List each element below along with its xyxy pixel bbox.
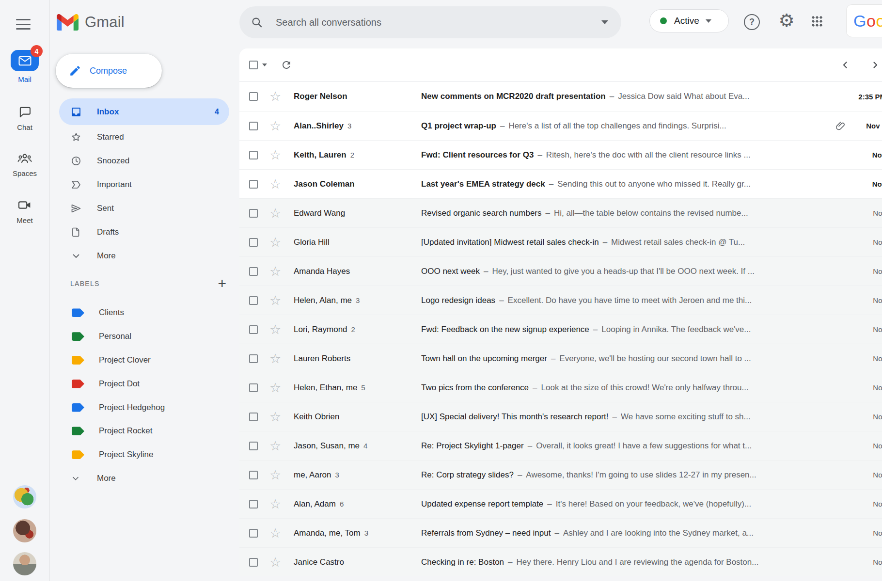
rail-item-spaces[interactable]: Spaces	[0, 151, 49, 177]
email-sender: me, Aaron3	[294, 470, 421, 480]
sidebar-item-inbox[interactable]: Inbox 4	[59, 98, 229, 125]
email-row[interactable]: ☆ Janice Castro Checking in re: Boston–H…	[239, 547, 882, 576]
email-checkbox[interactable]	[249, 122, 258, 130]
sidebar-item-drafts[interactable]: Drafts	[59, 220, 229, 244]
email-checkbox[interactable]	[249, 354, 258, 363]
sidebar-item-more[interactable]: More	[59, 244, 229, 268]
email-checkbox[interactable]	[249, 267, 258, 276]
email-row[interactable]: ☆ Jason, Susan, me4 Re: Project Skylight…	[239, 431, 882, 460]
email-subject: New comments on MCR2020 draft presentati…	[421, 92, 606, 101]
sidebar-item-starred[interactable]: Starred	[59, 125, 229, 149]
sidebar-item-snoozed[interactable]: Snoozed	[59, 149, 229, 173]
compose-button[interactable]: Compose	[56, 54, 162, 88]
label-item-clients[interactable]: Clients	[50, 301, 241, 325]
email-snippet: Hey, just wanted to give you a heads-up …	[492, 267, 755, 276]
refresh-icon[interactable]	[281, 59, 292, 71]
email-checkbox[interactable]	[249, 529, 258, 538]
label-item-project-skyline[interactable]: Project Skyline	[50, 443, 241, 467]
search-options-chevron-icon[interactable]	[601, 20, 608, 24]
email-checkbox[interactable]	[249, 471, 258, 479]
email-checkbox[interactable]	[249, 383, 258, 392]
email-snippet: Hi, all—the table below contains the rev…	[554, 208, 748, 218]
window-bottom-edge	[0, 581, 882, 588]
email-checkbox[interactable]	[249, 92, 258, 101]
email-row[interactable]: ☆ Edward Wang Revised organic search num…	[239, 198, 882, 227]
newer-page-chevron-icon[interactable]	[839, 59, 851, 71]
select-options-chevron-icon[interactable]	[262, 64, 267, 66]
star-icon[interactable]: ☆	[268, 177, 282, 191]
email-row[interactable]: ☆ Keith Obrien [UX] Special delivery! Th…	[239, 402, 882, 431]
select-all-checkbox[interactable]	[249, 61, 258, 69]
rail-item-meet[interactable]: Meet	[0, 198, 49, 224]
email-row[interactable]: ☆ Jason Coleman Last year's EMEA strateg…	[239, 169, 882, 198]
label-item-project-hedgehog[interactable]: Project Hedgehog	[50, 396, 241, 419]
email-row[interactable]: ☆ Keith, Lauren2 Fwd: Client resources f…	[239, 140, 882, 169]
star-icon[interactable]: ☆	[268, 352, 282, 366]
email-row[interactable]: ☆ Lauren Roberts Town hall on the upcomi…	[239, 344, 882, 373]
star-icon[interactable]: ☆	[268, 381, 282, 395]
email-row[interactable]: ☆ Helen, Ethan, me5 Two pics from the co…	[239, 373, 882, 402]
email-checkbox[interactable]	[249, 558, 258, 567]
star-icon[interactable]: ☆	[268, 556, 282, 569]
email-row[interactable]: ☆ Gloria Hill [Updated invitation] Midwe…	[239, 227, 882, 256]
avatar-man[interactable]	[13, 552, 36, 575]
star-icon[interactable]: ☆	[268, 410, 282, 424]
label-item-project-rocket[interactable]: Project Rocket	[50, 419, 241, 443]
email-row[interactable]: ☆ Amanda Hayes OOO next week–Hey, just w…	[239, 256, 882, 286]
email-checkbox[interactable]	[249, 180, 258, 189]
gmail-app: { "app": { "title": "Gmail" }, "icons": …	[0, 0, 882, 588]
google-apps-grid-icon[interactable]	[811, 16, 823, 27]
older-page-chevron-icon[interactable]	[869, 59, 881, 71]
rail-item-mail[interactable]: 4 Mail	[0, 50, 49, 83]
email-row[interactable]: ☆ Helen, Alan, me3 Logo redesign ideas–E…	[239, 286, 882, 315]
star-icon[interactable]: ☆	[268, 497, 282, 511]
rail-item-chat[interactable]: Chat	[0, 105, 49, 131]
label-item-project-dot[interactable]: Project Dot	[50, 372, 241, 396]
labels-more[interactable]: More	[50, 467, 241, 491]
star-icon[interactable]: ☆	[268, 265, 282, 278]
star-icon[interactable]: ☆	[268, 294, 282, 307]
star-icon[interactable]: ☆	[268, 148, 282, 162]
email-date: Nov	[848, 180, 882, 188]
email-sender: Alan..Shirley3	[294, 121, 421, 131]
email-row[interactable]: ☆ Alan..Shirley3 Q1 project wrap-up–Here…	[239, 111, 882, 140]
email-row[interactable]: ☆ Lori, Raymond2 Fwd: Feedback on the ne…	[239, 315, 882, 344]
email-checkbox[interactable]	[249, 442, 258, 450]
star-icon[interactable]: ☆	[268, 468, 282, 482]
add-label-button[interactable]: +	[218, 278, 226, 289]
email-checkbox[interactable]	[249, 296, 258, 305]
email-row[interactable]: ☆ Alan, Adam6 Updated expense report tem…	[239, 489, 882, 518]
sidebar-item-important[interactable]: Important	[59, 173, 229, 196]
email-date: Nov	[848, 413, 882, 421]
help-icon[interactable]: ?	[744, 14, 760, 30]
email-checkbox[interactable]	[249, 238, 258, 247]
search-input[interactable]	[276, 17, 601, 28]
star-icon[interactable]: ☆	[268, 90, 282, 103]
avatar-illustration[interactable]	[13, 485, 36, 509]
email-checkbox[interactable]	[249, 325, 258, 334]
email-row[interactable]: ☆ me, Aaron3 Re: Corp strategy slides?–A…	[239, 460, 882, 489]
status-selector[interactable]: Active	[649, 9, 729, 32]
google-account-chip[interactable]: G o o g	[846, 4, 882, 37]
email-checkbox[interactable]	[249, 151, 258, 159]
email-snippet: Awesome, thanks! I'm going to use slides…	[526, 470, 756, 480]
email-row[interactable]: ☆ Roger Nelson New comments on MCR2020 d…	[239, 82, 882, 111]
email-checkbox[interactable]	[249, 413, 258, 421]
email-checkbox[interactable]	[249, 500, 258, 509]
email-subject: Re: Corp strategy slides?	[421, 470, 514, 480]
star-icon[interactable]: ☆	[268, 439, 282, 453]
sidebar-item-sent[interactable]: Sent	[59, 196, 229, 220]
star-icon[interactable]: ☆	[268, 236, 282, 249]
avatar-woman[interactable]	[13, 519, 36, 542]
sidebar-nav: Inbox 4 Starred Snoozed Important	[59, 98, 229, 268]
label-item-project-clover[interactable]: Project Clover	[50, 349, 241, 372]
settings-gear-icon[interactable]: ⚙	[776, 10, 797, 32]
email-checkbox[interactable]	[249, 209, 258, 218]
email-list-card: ☆ Roger Nelson New comments on MCR2020 d…	[239, 48, 882, 576]
label-item-personal[interactable]: Personal	[50, 325, 241, 349]
star-icon[interactable]: ☆	[268, 207, 282, 220]
star-icon[interactable]: ☆	[268, 526, 282, 540]
star-icon[interactable]: ☆	[268, 323, 282, 336]
star-icon[interactable]: ☆	[268, 119, 282, 133]
email-row[interactable]: ☆ Amanda, me, Tom3 Referrals from Sydney…	[239, 518, 882, 547]
